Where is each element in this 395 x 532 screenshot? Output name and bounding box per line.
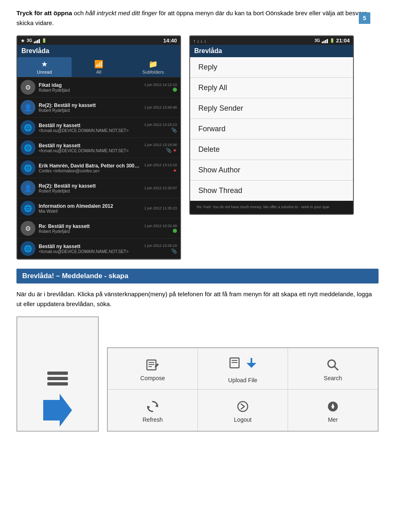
email-content-4: Erik Hamrén, David Batra, Petter och 300… [39,163,141,173]
all-icon: 📶 [94,60,103,69]
email-item-6[interactable]: 🌐 Information om Almedalen 2012 Mia Wide… [17,198,180,218]
action-refresh[interactable]: Refresh [108,390,198,431]
avatar-0: ⚙ [21,80,35,95]
menu-line-1 [47,372,68,375]
email-app-header-right: Brevlåda [190,45,353,57]
email-subject-6: Information om Almedalen 2012 [39,203,141,209]
status-bar-left: ★ 3G 🔋 14:40 [17,36,180,45]
compose-label: Compose [140,375,165,381]
email-sender-6: Mia Widell [39,209,141,214]
action-logout[interactable]: Logout [198,390,288,431]
email-content-0: Fikat idag Robert Rydefjärd [39,82,141,93]
menu-item-show-author[interactable]: Show Author [190,160,353,181]
email-meta-0: 1 jun 2012 14:12:10 [144,83,177,92]
tab-subfolders-label: Subfolders [142,70,164,74]
clip-icon-3: 📎 [166,148,172,153]
email-content-3: Beställ ny kassett <fcmail.nu@DEVICE.DOM… [39,143,141,153]
email-icons-3: 📎 ★ [166,148,177,153]
svg-marker-8 [246,358,256,368]
logout-label: Logout [234,416,252,423]
email-preview-bottom: Re: Fwd: You do not have much money. We … [190,201,353,214]
menu-item-show-thread[interactable]: Show Thread [190,181,353,201]
email-item-4[interactable]: 🌐 Erik Hamrén, David Batra, Petter och 3… [17,158,180,178]
email-meta-6: 1 jun 2012 11:35:23 [144,206,177,210]
avatar-3: 🌐 [21,140,35,155]
tab-unread-label: Unread [37,70,52,74]
section-subtitle: – Meddelande - skapa [56,272,128,280]
tab-subfolders[interactable]: 📁 Subfolders [126,57,180,77]
context-menu: Reply Reply All Reply Sender Forward Del… [190,57,353,201]
action-mer[interactable]: Mer [288,390,378,431]
star-icon-3: ★ [173,148,177,153]
email-content-6: Information om Almedalen 2012 Mia Widell [39,203,141,214]
email-item-8[interactable]: 🌐 Beställ ny kassett <fcmail.nu@DEVICE.D… [17,239,180,259]
section-header: Brevlåda! – Meddelande - skapa [16,269,379,283]
email-subject-3: Beställ ny kassett [39,143,141,149]
upload-file-icon [228,355,243,370]
email-sender-1: Robert Rydefjärd [39,108,141,113]
email-subject-5: Re(2): Beställ ny kassett [39,183,141,189]
logout-icon [235,399,250,414]
bottom-row: Compose Upload File [16,316,379,432]
menu-item-reply-sender[interactable]: Reply Sender [190,98,353,119]
menu-line-2 [47,377,68,380]
action-search[interactable]: Search [288,348,378,389]
menu-item-reply-all[interactable]: Reply All [190,78,353,98]
email-date-1: 1 jun 2012 13:40:48 [144,105,177,109]
email-sender-3: <fcmail.nu@DEVICE.DOMAIN.NAME.NOT.SET> [39,149,141,153]
email-sender-5: Robert Rydefjärd [39,189,141,193]
email-item-1[interactable]: 👤 Re(2): Beställ ny kassett Robert Rydef… [17,98,180,118]
email-item-2[interactable]: 🌐 Beställ ny kassett <fcmail.nu@DEVICE.D… [17,118,180,138]
tab-all[interactable]: 📶 All [72,57,126,77]
context-screen: ↑ ↓ ↓ ↓ 3G 🔋 21:04 [189,35,354,215]
menu-icon-lines [47,372,68,386]
mer-icon [325,399,340,414]
signal-bars [34,38,40,43]
email-item-3[interactable]: 🌐 Beställ ny kassett <fcmail.nu@DEVICE.D… [17,138,180,158]
email-item-0[interactable]: ⚙ Fikat idag Robert Rydefjärd 1 jun 2012… [17,77,180,98]
intro-bold: Tryck för att öppna [16,9,72,16]
email-date-6: 1 jun 2012 11:35:23 [144,206,177,210]
email-content-5: Re(2): Beställ ny kassett Robert Rydefjä… [39,183,141,193]
email-meta-3: 1 jun 2012 13:15:06 📎 ★ [144,143,177,153]
intro-italic: håll intryckt med ditt finger [86,9,157,16]
action-compose[interactable]: Compose [108,348,198,389]
email-subject-7: Re: Beställ ny kassett [39,223,141,229]
menu-item-reply[interactable]: Reply [190,57,353,78]
avatar-7: ⚙ [21,221,35,236]
email-subject-1: Re(2): Beställ ny kassett [39,102,141,108]
search-label: Search [324,375,342,381]
blue-arrow [39,394,76,427]
tab-unread[interactable]: ★ Unread [17,57,72,77]
email-item-5[interactable]: 👤 Re(2): Beställ ny kassett Robert Rydef… [17,178,180,198]
section-title: Brevlåda! [22,272,54,280]
email-app-header-left: Brevlåda [17,45,180,57]
status-bar-right-right: 3G 🔋 21:04 [314,37,350,44]
refresh-label: Refresh [142,416,163,423]
email-item-7[interactable]: ⚙ Re: Beställ ny kassett Robert Rydefjär… [17,218,180,239]
tab-all-label: All [96,70,101,74]
svg-line-10 [334,366,338,370]
email-content-8: Beställ ny kassett <fcmail.nu@DEVICE.DOM… [39,244,141,254]
email-list: ⚙ Fikat idag Robert Rydefjärd 1 jun 2012… [17,77,180,259]
email-date-7: 1 jun 2012 10:32:48 [144,224,177,228]
avatar-1: 👤 [21,100,35,115]
svg-marker-0 [43,394,72,427]
status-bar-right: ↑ ↓ ↓ ↓ 3G 🔋 21:04 [190,36,353,45]
menu-item-forward[interactable]: Forward [190,119,353,139]
star-icon-4: ★ [173,168,177,173]
svg-point-13 [238,402,248,411]
email-date-4: 1 jun 2012 13:12:19 [144,163,177,167]
email-date-0: 1 jun 2012 14:12:10 [144,83,177,87]
action-row-1: Compose Upload File [108,348,378,390]
action-row-2: Refresh Logout Mer [108,390,378,431]
email-sender-4: Confex <information@confex.se> [39,169,141,173]
avatar-6: 🌐 [21,201,35,216]
menu-item-delete[interactable]: Delete [190,139,353,160]
email-subject-2: Beställ ny kassett [39,123,141,128]
email-date-5: 1 jun 2012 12:20:07 [144,186,177,190]
email-sender-8: <fcmail.nu@DEVICE.DOMAIN.NAME.NOT.SET> [39,249,141,254]
email-subject-0: Fikat idag [39,82,141,88]
screenshots-row: ★ 3G 🔋 14:40 Brevlåda ★ [16,35,379,260]
action-upload[interactable]: Upload File [198,348,288,389]
